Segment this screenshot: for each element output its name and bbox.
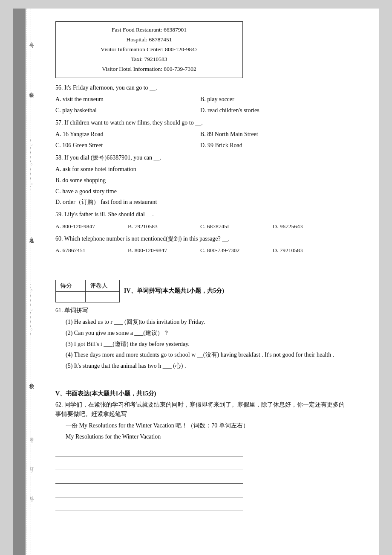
q56-optC: C. play basketbal — [55, 105, 200, 116]
q57-optA: A. 16 Yangtze Road — [55, 129, 200, 139]
margin-dots-1: …○…………○…………○… — [29, 139, 34, 190]
margin-label-ban: 班级： — [29, 89, 35, 94]
exam-page: 号： 班级： …○…………○…………○… 姓名： …○…………○…………○… 学… — [13, 9, 379, 555]
q58-optD: D. order（订购） fast food in a restaurant — [55, 197, 345, 207]
question-59: 59. Lily's father is ill. She should dia… — [55, 210, 345, 232]
writing-line-1 — [55, 446, 243, 456]
q57-options-2: C. 106 Green Street D. 99 Brick Road — [55, 140, 345, 151]
q61-intro: 61. 单词拼写 — [55, 306, 345, 315]
question-58: 58. If you dial (拨号)66387901, you can __… — [55, 153, 345, 208]
q56-optA: A. visit the museum — [55, 94, 200, 105]
question-62: 62. 同学们，在紧张的学习和考试就要结束的同时，寒假即将来到了。寒假里，除了休… — [55, 400, 345, 511]
q56-text: 56. It's Friday afternoon, you can go to… — [55, 83, 345, 93]
margin-label-hao: 号： — [29, 40, 35, 44]
q61-item-5: (5) It's strange that the animal has two… — [66, 361, 345, 371]
section4-table: 得分 评卷人 IV、单词拼写(本大题共1小题，共5分) — [55, 280, 228, 302]
q57-optB: B. 89 North Main Street — [200, 129, 345, 139]
q56-options: A. visit the museum B. play soccer — [55, 94, 345, 105]
question-56: 56. It's Friday afternoon, you can go to… — [55, 83, 345, 116]
q62-intro2: 一份 My Resolutions for the Winter Vacatio… — [66, 421, 345, 430]
left-margin: 号： 班级： …○…………○…………○… 姓名： …○…………○…………○… 学… — [13, 9, 38, 555]
info-line-3: Visitor Information Center: 800-120-9847 — [64, 45, 234, 55]
q59-options: A. 800-120-9847 B. 79210583 C. 6878745I … — [55, 221, 345, 232]
q61-item-3: (3) I got Bill's i ___(邀请) the day befor… — [66, 339, 345, 349]
info-line-1: Fast Food Restaurant: 66387901 — [64, 25, 234, 35]
q56-options-2: C. play basketbal D. read children's sto… — [55, 105, 345, 116]
section4-title: IV、单词拼写(本大题共1小题，共5分) — [120, 280, 228, 302]
q59-optA: A. 800-120-9847 — [55, 221, 128, 232]
margin-label-school: 学校： — [29, 380, 35, 385]
info-line-2: Hospital: 68787451 — [64, 35, 234, 45]
q60-optD: D. 79210583 — [273, 245, 345, 256]
info-box: Fast Food Restaurant: 66387901 Hospital:… — [55, 21, 243, 78]
section5-title: V、书面表达(本大题共1小题，共15分) — [55, 390, 345, 398]
q56-optD: D. read children's stories — [200, 105, 345, 116]
gray-bar — [13, 9, 26, 555]
q56-optB: B. play soccer — [200, 94, 345, 105]
q57-optC: C. 106 Green Street — [55, 140, 200, 151]
q62-intro: 62. 同学们，在紧张的学习和考试就要结束的同时，寒假即将来到了。寒假里，除了休… — [55, 400, 345, 419]
q62-comp-title: My Resolutions for the Winter Vacation — [66, 432, 345, 442]
writing-line-4 — [55, 487, 243, 497]
q61-item-4: (4) These days more and more students go… — [66, 350, 345, 360]
q60-optC: C. 800-739-7302 — [200, 245, 273, 256]
question-61: 61. 单词拼写 (1) He asked us to r ___ (回复)to… — [55, 306, 345, 371]
q58-optC: C. have a good story time — [55, 186, 345, 197]
q60-options: A. 67867451 B. 800-120-9847 C. 800-739-7… — [55, 245, 345, 256]
q61-item-2: (2) Can you give me some a ___(建议）？ — [66, 328, 345, 338]
margin-fold-text: …装…○…………订…○…………线…○… — [29, 430, 35, 509]
dashed-line-outer — [26, 9, 26, 555]
question-57: 57. If children want to watch new films,… — [55, 118, 345, 151]
writing-line-2 — [55, 460, 243, 470]
writing-line-5 — [55, 501, 243, 511]
q58-text: 58. If you dial (拨号)66387901, you can __… — [55, 153, 345, 163]
writing-line-3 — [55, 474, 243, 484]
score-value-cell — [56, 291, 86, 302]
q57-text: 57. If children want to watch new films,… — [55, 118, 345, 128]
q60-optA: A. 67867451 — [55, 245, 128, 256]
q58-optB: B. do some shopping — [55, 175, 345, 186]
q59-optD: D. 96725643 — [273, 221, 345, 232]
margin-inner-outer: …外…………内… — [29, 553, 35, 555]
q61-item-1: (1) He asked us to r ___ (回复)to this inv… — [66, 317, 345, 327]
margin-dots-2: …○…………○…………○… — [29, 284, 34, 335]
q59-optC: C. 6878745I — [200, 221, 273, 232]
q59-text: 59. Lily's father is ill. She should dia… — [55, 210, 345, 219]
question-60: 60. Which telephone number is not mentio… — [55, 234, 345, 256]
score-label: 得分 — [56, 280, 86, 291]
info-line-4: Taxi: 79210583 — [64, 55, 234, 64]
reviewer-label: 评卷人 — [86, 280, 120, 291]
q57-optD: D. 99 Brick Road — [200, 140, 345, 151]
info-line-5: Visitor Hotel Information: 800-739-7302 — [64, 64, 234, 74]
q60-text: 60. Which telephone number is not mentio… — [55, 234, 345, 244]
q59-optB: B. 79210583 — [128, 221, 200, 232]
reviewer-value-cell — [86, 291, 120, 302]
q57-options: A. 16 Yangtze Road B. 89 North Main Stre… — [55, 129, 345, 139]
margin-label-name: 姓名： — [29, 235, 35, 239]
main-content: Fast Food Restaurant: 66387901 Hospital:… — [55, 21, 345, 555]
q58-optA: A. ask for some hotel information — [55, 164, 345, 174]
q60-optB: B. 800-120-9847 — [128, 245, 200, 256]
